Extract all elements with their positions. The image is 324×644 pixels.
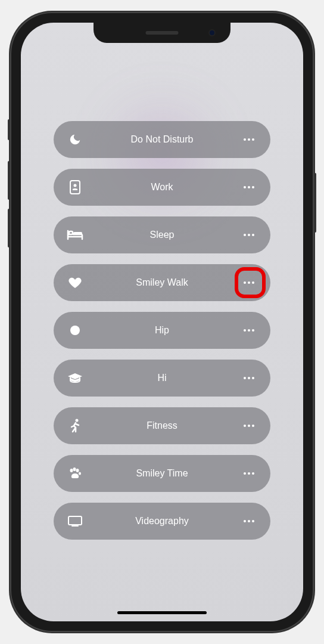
focus-mode-label: Smiley Time	[83, 468, 241, 479]
svg-point-4	[76, 419, 79, 422]
focus-mode-hip[interactable]: Hip	[54, 312, 270, 349]
heart-icon	[67, 274, 83, 291]
focus-mode-label: Hi	[83, 373, 241, 383]
svg-point-6	[73, 467, 76, 471]
running-icon	[67, 417, 83, 434]
more-options-button[interactable]	[241, 131, 257, 148]
graduation-cap-icon	[67, 370, 83, 386]
circle-icon	[67, 322, 83, 339]
focus-mode-label: Sleep	[83, 230, 241, 240]
more-options-button[interactable]	[241, 227, 257, 243]
more-options-button[interactable]	[241, 274, 257, 291]
home-indicator[interactable]	[117, 611, 207, 614]
svg-point-1	[74, 184, 77, 187]
focus-mode-list: Do Not Disturb Work Slee	[21, 23, 303, 569]
svg-rect-2	[73, 232, 82, 235]
focus-mode-label: Work	[83, 182, 241, 193]
focus-mode-label: Do Not Disturb	[83, 134, 241, 145]
bed-icon	[67, 227, 83, 243]
focus-mode-label: Hip	[83, 325, 241, 336]
svg-rect-9	[68, 516, 82, 525]
more-options-button[interactable]	[241, 322, 257, 339]
svg-point-3	[70, 326, 80, 335]
more-options-button[interactable]	[241, 513, 257, 530]
focus-mode-videography[interactable]: Videography	[54, 503, 270, 540]
focus-mode-smiley-time[interactable]: Smiley Time	[54, 455, 270, 492]
badge-icon	[67, 179, 83, 196]
display-icon	[67, 513, 83, 530]
phone-device-frame: Do Not Disturb Work Slee	[10, 12, 314, 632]
focus-mode-dnd[interactable]: Do Not Disturb	[54, 121, 270, 158]
more-options-button[interactable]	[241, 465, 257, 482]
focus-mode-fitness[interactable]: Fitness	[54, 407, 270, 444]
svg-point-8	[79, 472, 81, 475]
moon-icon	[67, 131, 83, 148]
focus-mode-label: Fitness	[83, 420, 241, 431]
phone-screen: Do Not Disturb Work Slee	[21, 23, 303, 621]
more-options-button[interactable]	[241, 179, 257, 196]
focus-mode-hi[interactable]: Hi	[54, 360, 270, 397]
focus-mode-smiley-walk[interactable]: Smiley Walk	[54, 264, 270, 301]
svg-point-5	[70, 469, 73, 472]
more-options-button[interactable]	[241, 417, 257, 434]
paw-icon	[67, 465, 83, 482]
svg-point-7	[76, 469, 79, 472]
more-options-button[interactable]	[241, 370, 257, 386]
focus-mode-work[interactable]: Work	[54, 169, 270, 206]
focus-mode-label: Videography	[83, 516, 241, 527]
focus-mode-sleep[interactable]: Sleep	[54, 216, 270, 253]
notch	[94, 23, 230, 43]
svg-rect-0	[70, 181, 80, 194]
focus-mode-label: Smiley Walk	[83, 277, 241, 288]
